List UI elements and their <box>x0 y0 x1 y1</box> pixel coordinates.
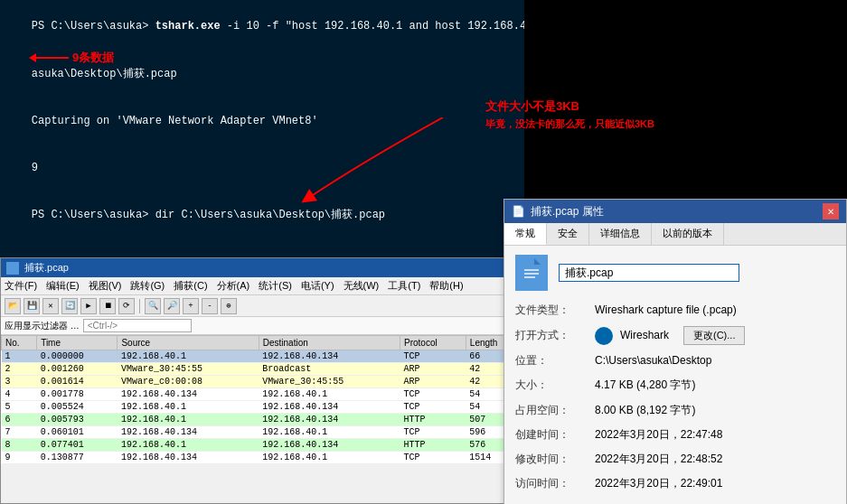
menu-edit[interactable]: 编辑(E) <box>46 279 80 293</box>
tab-security[interactable]: 安全 <box>547 223 589 245</box>
menu-go[interactable]: 跳转(G) <box>130 279 165 293</box>
table-row[interactable]: 10.000000192.168.40.1192.168.40.134TCP66 <box>2 350 523 363</box>
toolbar-btn-4[interactable]: 🔄 <box>61 298 78 314</box>
toolbar-btn-6[interactable]: ⏹ <box>99 298 116 314</box>
annotation-box: 文件大小不是3KB 毕竟，没法卡的那么死，只能近似3KB <box>485 98 666 132</box>
size-value: 4.17 KB (4,280 字节) <box>595 377 695 394</box>
toolbar-btn-9[interactable]: 🔎 <box>164 298 180 314</box>
file-type-value: Wireshark capture file (.pcap) <box>595 302 737 319</box>
menu-help[interactable]: 帮助(H) <box>429 279 463 293</box>
table-row[interactable]: 30.001614VMware_c0:00:08VMware_30:45:55A… <box>2 376 523 388</box>
toolbar-btn-2[interactable]: 💾 <box>24 298 40 314</box>
properties-panel: 📄 捕获.pcap 属性 ✕ 常规 安全 详细信息 以前的版本 文件类型： <box>503 199 847 504</box>
toolbar-btn-zoom-out[interactable]: - <box>202 298 218 314</box>
table-row[interactable]: 50.005524192.168.40.1192.168.40.134TCP54 <box>2 401 523 414</box>
wireshark-window: 捕获.pcap 文件(F) 编辑(E) 视图(V) 跳转(G) 捕获(C) 分析… <box>0 257 524 504</box>
menu-tel[interactable]: 电话(Y) <box>301 279 334 293</box>
terminal-line-6 <box>5 239 519 255</box>
menu-wireless[interactable]: 无线(W) <box>344 279 380 293</box>
terminal-line-4: 9 <box>5 145 519 192</box>
terminal-line-1: PS C:\Users\asuka> tshark.exe -i 10 -f "… <box>5 4 519 51</box>
toolbar-btn-8[interactable]: 🔍 <box>145 298 161 314</box>
props-titlebar: 📄 捕获.pcap 属性 ✕ <box>504 200 846 223</box>
svg-rect-2 <box>524 269 539 271</box>
tab-general[interactable]: 常规 <box>504 223 547 245</box>
nine-records-label: 9条数据 <box>72 50 114 66</box>
wireshark-title-icon <box>6 262 19 275</box>
tab-prev-versions[interactable]: 以前的版本 <box>652 223 724 245</box>
col-time: Time <box>37 336 118 350</box>
props-title-left: 📄 捕获.pcap 属性 <box>512 204 604 219</box>
accessed-row: 访问时间： 2022年3月20日，22:49:01 <box>515 475 835 492</box>
toolbar-divider <box>139 299 140 313</box>
file-icon <box>515 255 548 291</box>
size-label: 大小： <box>515 377 588 394</box>
toolbar-btn-1[interactable]: 📂 <box>5 298 21 314</box>
col-dest: Destination <box>259 336 400 350</box>
terminal-line-5: PS C:\Users\asuka> dir C:\Users\asuka\De… <box>5 192 519 239</box>
wireshark-title-text: 捕获.pcap <box>24 261 69 275</box>
filename-input[interactable] <box>559 264 739 282</box>
props-body: 文件类型： Wireshark capture file (.pcap) 打开方… <box>504 246 846 501</box>
disk-size-row: 占用空间： 8.00 KB (8,192 字节) <box>515 402 835 419</box>
wireshark-menubar[interactable]: 文件(F) 编辑(E) 视图(V) 跳转(G) 捕获(C) 分析(A) 统计(S… <box>1 277 523 295</box>
svg-rect-3 <box>524 273 539 275</box>
menu-file[interactable]: 文件(F) <box>5 279 37 293</box>
menu-view[interactable]: 视图(V) <box>89 279 122 293</box>
wireshark-titlebar: 捕获.pcap <box>1 258 523 277</box>
location-label: 位置： <box>515 352 588 369</box>
location-value: C:\Users\asuka\Desktop <box>595 352 711 369</box>
arrow-9-records: 9条数据 <box>36 50 114 66</box>
props-close-button[interactable]: ✕ <box>823 203 839 219</box>
toolbar-btn-5[interactable]: ▶ <box>80 298 97 314</box>
filter-bar: 应用显示过滤器 … <box>1 317 523 335</box>
file-icon-row <box>515 255 835 291</box>
props-title-text: 捕获.pcap 属性 <box>531 204 604 219</box>
toolbar-btn-7[interactable]: ⟳ <box>118 298 135 314</box>
table-row[interactable]: 40.001778192.168.40.134192.168.40.1TCP54 <box>2 388 523 401</box>
change-button[interactable]: 更改(C)... <box>683 326 745 345</box>
menu-stats[interactable]: 统计(S) <box>259 279 292 293</box>
created-label: 创建时间： <box>515 426 588 443</box>
annotation-line-1: 文件大小不是3KB <box>485 98 666 117</box>
filter-input[interactable] <box>83 319 192 332</box>
toolbar-btn-zoom-in[interactable]: + <box>183 298 199 314</box>
table-row[interactable]: 70.060101192.168.40.134192.168.40.1TCP59… <box>2 426 523 439</box>
disk-size-label: 占用空间： <box>515 402 588 419</box>
modified-label: 修改时间： <box>515 451 588 468</box>
table-row[interactable]: 80.077401192.168.40.1192.168.40.134HTTP5… <box>2 439 523 452</box>
filter-label: 应用显示过滤器 … <box>5 320 80 332</box>
terminal-prompt: PS C:\Users\asuka> <box>32 20 155 33</box>
tab-details[interactable]: 详细信息 <box>589 223 652 245</box>
toolbar-btn-3[interactable]: ✕ <box>42 298 59 314</box>
open-with-row: 打开方式： Wireshark 更改(C)... <box>515 326 835 345</box>
file-type-row: 文件类型： Wireshark capture file (.pcap) <box>515 302 835 319</box>
table-row[interactable]: 60.005793192.168.40.1192.168.40.134HTTP5… <box>2 414 523 426</box>
annotation-line-2: 毕竟，没法卡的那么死，只能近似3KB <box>485 117 666 133</box>
svg-rect-4 <box>524 276 535 278</box>
created-row: 创建时间： 2022年3月20日，22:47:48 <box>515 426 835 443</box>
modified-value: 2022年3月20日，22:48:52 <box>595 451 722 468</box>
menu-tools[interactable]: 工具(T) <box>388 279 420 293</box>
wireshark-toolbar: 📂 💾 ✕ 🔄 ▶ ⏹ ⟳ 🔍 🔎 + - ⊕ <box>1 295 523 317</box>
table-row[interactable]: 90.130877192.168.40.134192.168.40.1TCP15… <box>2 452 523 464</box>
terminal-line-3: Capturing on 'VMware Network Adapter VMn… <box>5 98 519 145</box>
table-header-row: No. Time Source Destination Protocol Len… <box>2 336 523 350</box>
terminal-args: -i 10 -f "host 192.168.40.1 and host 192… <box>221 20 524 33</box>
accessed-value: 2022年3月20日，22:49:01 <box>595 475 722 492</box>
menu-capture[interactable]: 捕获(C) <box>174 279 207 293</box>
toolbar-btn-zoom-fit[interactable]: ⊕ <box>221 298 237 314</box>
packet-table: No. Time Source Destination Protocol Len… <box>1 335 523 464</box>
table-row[interactable]: 20.001260VMware_30:45:55BroadcastARP42 <box>2 363 523 376</box>
created-value: 2022年3月20日，22:47:48 <box>595 426 722 443</box>
accessed-label: 访问时间： <box>515 475 588 492</box>
menu-analyze[interactable]: 分析(A) <box>217 279 250 293</box>
location-row: 位置： C:\Users\asuka\Desktop <box>515 352 835 369</box>
tshark-cmd: tshark.exe <box>155 20 221 33</box>
open-with-label: 打开方式： <box>515 327 588 344</box>
arrow-line <box>36 57 69 59</box>
packet-table-body: 10.000000192.168.40.1192.168.40.134TCP66… <box>2 350 523 464</box>
modified-row: 修改时间： 2022年3月20日，22:48:52 <box>515 451 835 468</box>
wireshark-icon <box>595 327 613 345</box>
size-row: 大小： 4.17 KB (4,280 字节) <box>515 377 835 394</box>
